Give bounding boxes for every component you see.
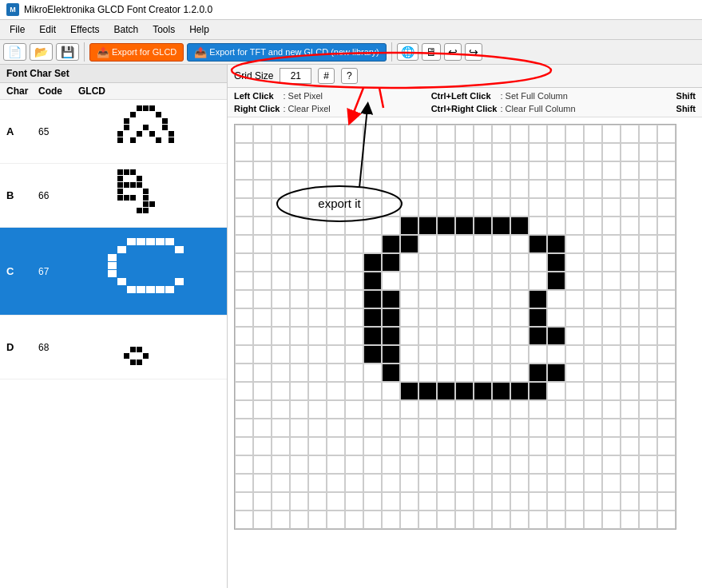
grid-cell-6-2[interactable] <box>272 235 290 253</box>
grid-cell-5-20[interactable] <box>602 217 621 235</box>
grid-cell-11-13[interactable] <box>474 327 492 345</box>
grid-cell-19-1[interactable] <box>253 474 272 492</box>
grid-cell-19-7[interactable] <box>363 474 382 492</box>
grid-cell-18-17[interactable] <box>547 455 565 474</box>
grid-cell-1-1[interactable] <box>253 143 272 161</box>
grid-cell-11-8[interactable] <box>382 327 400 345</box>
grid-cell-11-1[interactable] <box>253 327 272 345</box>
grid-cell-9-17[interactable] <box>547 290 565 308</box>
grid-cell-12-15[interactable] <box>510 345 529 364</box>
grid-cell-12-6[interactable] <box>345 345 363 364</box>
grid-cell-1-18[interactable] <box>565 143 584 161</box>
grid-cell-14-4[interactable] <box>308 382 327 400</box>
grid-cell-5-7[interactable] <box>363 217 382 235</box>
grid-cell-13-23[interactable] <box>657 364 676 382</box>
grid-cell-16-5[interactable] <box>327 419 345 437</box>
grid-cell-6-15[interactable] <box>510 235 529 253</box>
grid-cell-21-5[interactable] <box>327 511 345 529</box>
grid-cell-10-2[interactable] <box>272 308 290 327</box>
grid-cell-10-15[interactable] <box>510 308 529 327</box>
grid-cell-20-14[interactable] <box>492 492 510 511</box>
grid-cell-20-23[interactable] <box>657 492 676 511</box>
grid-cell-7-15[interactable] <box>510 253 529 272</box>
grid-cell-11-6[interactable] <box>345 327 363 345</box>
grid-cell-10-19[interactable] <box>584 308 602 327</box>
grid-cell-4-11[interactable] <box>437 198 455 217</box>
grid-cell-11-10[interactable] <box>418 327 437 345</box>
grid-cell-16-9[interactable] <box>400 419 418 437</box>
grid-cell-7-5[interactable] <box>327 253 345 272</box>
grid-cell-19-2[interactable] <box>272 474 290 492</box>
grid-cell-8-9[interactable] <box>400 272 418 290</box>
grid-cell-12-14[interactable] <box>492 345 510 364</box>
grid-cell-17-20[interactable] <box>602 437 621 455</box>
grid-cell-6-9[interactable] <box>400 235 418 253</box>
grid-cell-12-19[interactable] <box>584 345 602 364</box>
grid-cell-13-2[interactable] <box>272 364 290 382</box>
grid-cell-21-18[interactable] <box>565 511 584 529</box>
grid-cell-1-8[interactable] <box>382 143 400 161</box>
grid-size-input[interactable]: 21 <box>280 68 311 84</box>
grid-cell-18-5[interactable] <box>327 455 345 474</box>
grid-cell-2-11[interactable] <box>437 161 455 180</box>
grid-cell-12-0[interactable] <box>235 345 253 364</box>
grid-cell-11-14[interactable] <box>492 327 510 345</box>
grid-cell-20-8[interactable] <box>382 492 400 511</box>
grid-cell-21-9[interactable] <box>400 511 418 529</box>
grid-cell-8-19[interactable] <box>584 272 602 290</box>
grid-cell-0-11[interactable] <box>437 125 455 143</box>
grid-cell-10-3[interactable] <box>290 308 308 327</box>
grid-cell-19-21[interactable] <box>621 474 639 492</box>
grid-cell-1-19[interactable] <box>584 143 602 161</box>
grid-cell-5-9[interactable] <box>400 217 418 235</box>
grid-cell-1-0[interactable] <box>235 143 253 161</box>
grid-cell-5-5[interactable] <box>327 217 345 235</box>
grid-cell-3-10[interactable] <box>418 180 437 198</box>
grid-cell-18-6[interactable] <box>345 455 363 474</box>
grid-cell-14-10[interactable] <box>418 382 437 400</box>
grid-cell-9-10[interactable] <box>418 290 437 308</box>
grid-cell-21-1[interactable] <box>253 511 272 529</box>
grid-cell-3-0[interactable] <box>235 180 253 198</box>
grid-cell-20-13[interactable] <box>474 492 492 511</box>
grid-cell-0-20[interactable] <box>602 125 621 143</box>
grid-cell-9-6[interactable] <box>345 290 363 308</box>
grid-cell-7-16[interactable] <box>529 253 547 272</box>
grid-cell-2-1[interactable] <box>253 161 272 180</box>
grid-cell-12-20[interactable] <box>602 345 621 364</box>
grid-cell-4-21[interactable] <box>621 198 639 217</box>
grid-cell-7-21[interactable] <box>621 253 639 272</box>
grid-cell-19-6[interactable] <box>345 474 363 492</box>
grid-cell-1-17[interactable] <box>547 143 565 161</box>
grid-cell-20-2[interactable] <box>272 492 290 511</box>
grid-cell-18-11[interactable] <box>437 455 455 474</box>
grid-cell-10-10[interactable] <box>418 308 437 327</box>
grid-cell-0-10[interactable] <box>418 125 437 143</box>
grid-cell-3-2[interactable] <box>272 180 290 198</box>
grid-cell-17-22[interactable] <box>639 437 657 455</box>
grid-cell-16-20[interactable] <box>602 419 621 437</box>
grid-cell-4-7[interactable] <box>363 198 382 217</box>
grid-cell-8-23[interactable] <box>657 272 676 290</box>
redo-button[interactable]: ↪ <box>465 43 482 61</box>
grid-cell-20-18[interactable] <box>565 492 584 511</box>
grid-cell-5-12[interactable] <box>455 217 474 235</box>
grid-cell-9-20[interactable] <box>602 290 621 308</box>
grid-cell-6-4[interactable] <box>308 235 327 253</box>
grid-cell-3-8[interactable] <box>382 180 400 198</box>
grid-cell-2-16[interactable] <box>529 161 547 180</box>
grid-cell-19-11[interactable] <box>437 474 455 492</box>
grid-cell-4-4[interactable] <box>308 198 327 217</box>
grid-cell-9-13[interactable] <box>474 290 492 308</box>
new-button[interactable]: 📄 <box>3 43 26 61</box>
grid-cell-16-2[interactable] <box>272 419 290 437</box>
grid-cell-8-20[interactable] <box>602 272 621 290</box>
grid-cell-21-10[interactable] <box>418 511 437 529</box>
grid-cell-4-8[interactable] <box>382 198 400 217</box>
grid-cell-17-1[interactable] <box>253 437 272 455</box>
grid-cell-8-8[interactable] <box>382 272 400 290</box>
grid-cell-3-18[interactable] <box>565 180 584 198</box>
grid-cell-0-9[interactable] <box>400 125 418 143</box>
grid-cell-14-16[interactable] <box>529 382 547 400</box>
grid-cell-4-16[interactable] <box>529 198 547 217</box>
